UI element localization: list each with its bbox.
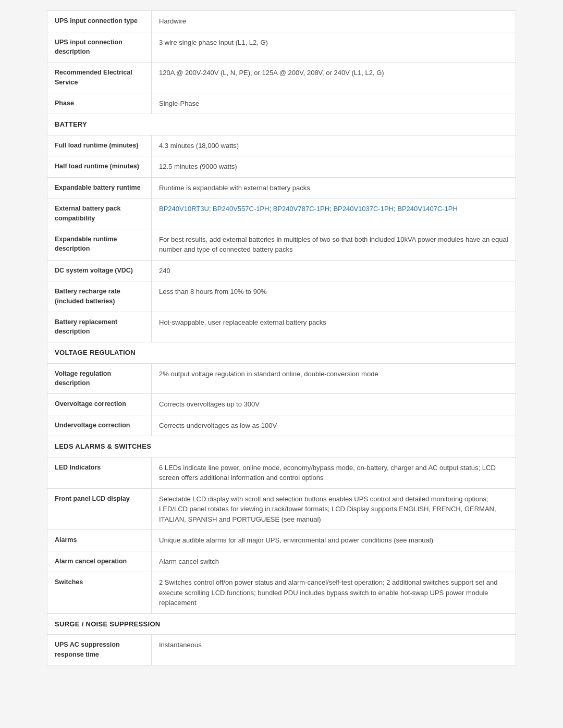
section-header-label: LEDS ALARMS & SWITCHES — [47, 436, 516, 458]
row-value: 4.3 minutes (18,000 watts) — [152, 135, 516, 156]
row-label: DC system voltage (VDC) — [47, 260, 152, 281]
external-battery-link[interactable]: BP240V557C-1PH — [213, 205, 269, 213]
row-label: Battery replacement description — [47, 312, 152, 342]
row-label: External battery pack compatibility — [47, 199, 152, 229]
table-row: Full load runtime (minutes)4.3 minutes (… — [47, 135, 516, 156]
row-label: UPS AC suppression response time — [47, 635, 152, 665]
table-row: Undervoltage correctionCorrects undervol… — [47, 415, 516, 436]
row-value: 3 wire single phase input (L1, L2, G) — [152, 32, 516, 63]
section-header-label: SURGE / NOISE SUPPRESSION — [47, 613, 516, 635]
table-row: Expandable battery runtimeRuntime is exp… — [47, 177, 516, 199]
table-row: Voltage regulation description2% output … — [47, 363, 516, 394]
section-header-label: VOLTAGE REGULATION — [47, 342, 516, 364]
row-label: UPS input connection description — [47, 32, 152, 63]
row-value: 240 — [152, 260, 516, 281]
table-row: Switches2 Switches control off/on power … — [47, 572, 516, 614]
row-value: Hot-swappable, user replaceable external… — [152, 312, 516, 342]
row-label: Full load runtime (minutes) — [47, 135, 152, 156]
row-label: Recommended Electrical Service — [47, 63, 152, 93]
table-row: AlarmsUnique audible alarms for all majo… — [47, 530, 516, 551]
spec-table: UPS input connection typeHardwireUPS inp… — [47, 10, 516, 665]
section-header-row: VOLTAGE REGULATION — [47, 342, 516, 364]
section-header-label: BATTERY — [47, 114, 516, 135]
row-label: Expandable runtime description — [47, 229, 152, 260]
row-value: 12.5 minutes (9000 watts) — [152, 156, 516, 178]
external-battery-link[interactable]: BP240V10RT3U — [159, 205, 209, 213]
row-label: Overvoltage correction — [47, 394, 152, 415]
external-battery-link[interactable]: BP240V1407C-1PH — [397, 205, 458, 213]
external-battery-link[interactable]: BP240V787C-1PH — [273, 205, 329, 213]
table-row: Recommended Electrical Service120A @ 200… — [47, 63, 516, 93]
row-label: Battery recharge rate (included batterie… — [47, 281, 152, 312]
row-value: For best results, add external batteries… — [152, 229, 516, 260]
row-label: LED Indicators — [47, 457, 152, 488]
row-value: 6 LEDs indicate line power, online mode,… — [152, 457, 516, 488]
section-header-row: LEDS ALARMS & SWITCHES — [47, 436, 516, 458]
table-row: Front panel LCD displaySelectable LCD di… — [47, 488, 516, 530]
row-value: 120A @ 200V-240V (L, N, PE), or 125A @ 2… — [152, 63, 516, 93]
table-row: UPS input connection description3 wire s… — [47, 32, 516, 63]
row-label: Voltage regulation description — [47, 363, 152, 394]
table-row: PhaseSingle-Phase — [47, 93, 516, 114]
row-value: Corrects overvoltages up to 300V — [152, 394, 516, 415]
row-value: Unique audible alarms for all major UPS,… — [152, 530, 516, 551]
section-header-row: SURGE / NOISE SUPPRESSION — [47, 613, 516, 635]
row-value: Less than 8 hours from 10% to 90% — [152, 281, 516, 312]
table-row: LED Indicators6 LEDs indicate line power… — [47, 457, 516, 488]
row-label: Switches — [47, 572, 152, 614]
row-label: Front panel LCD display — [47, 488, 152, 530]
row-label: Half load runtime (minutes) — [47, 156, 152, 178]
table-row: Expandable runtime descriptionFor best r… — [47, 229, 516, 260]
row-value: Corrects undervoltages as low as 100V — [152, 415, 516, 436]
row-value: Hardwire — [152, 11, 516, 32]
row-label: Undervoltage correction — [47, 415, 152, 436]
table-row: UPS AC suppression response timeInstanta… — [47, 635, 516, 665]
row-value: Alarm cancel switch — [152, 551, 516, 572]
section-header-row: BATTERY — [47, 114, 516, 135]
table-row: DC system voltage (VDC)240 — [47, 260, 516, 281]
row-value: BP240V10RT3U; BP240V557C-1PH; BP240V787C… — [152, 199, 516, 229]
row-label: Expandable battery runtime — [47, 177, 152, 199]
row-value: 2 Switches control off/on power status a… — [152, 572, 516, 614]
row-label: Alarm cancel operation — [47, 551, 152, 572]
row-value: Single-Phase — [152, 93, 516, 114]
external-battery-link[interactable]: BP240V1037C-1PH — [333, 205, 394, 213]
row-label: UPS input connection type — [47, 11, 152, 32]
row-value: 2% output voltage regulation in standard… — [152, 363, 516, 394]
row-value: Runtime is expandable with external batt… — [152, 177, 516, 199]
table-row: UPS input connection typeHardwire — [47, 11, 516, 32]
table-row: Alarm cancel operationAlarm cancel switc… — [47, 551, 516, 572]
row-label: Phase — [47, 93, 152, 114]
row-value: Selectable LCD display with scroll and s… — [152, 488, 516, 530]
table-row: Battery recharge rate (included batterie… — [47, 281, 516, 312]
table-row: Half load runtime (minutes)12.5 minutes … — [47, 156, 516, 178]
row-label: Alarms — [47, 530, 152, 551]
table-row: Battery replacement descriptionHot-swapp… — [47, 312, 516, 342]
row-value: Instantaneous — [152, 635, 516, 665]
table-row: External battery pack compatibilityBP240… — [47, 199, 516, 229]
table-row: Overvoltage correctionCorrects overvolta… — [47, 394, 516, 415]
